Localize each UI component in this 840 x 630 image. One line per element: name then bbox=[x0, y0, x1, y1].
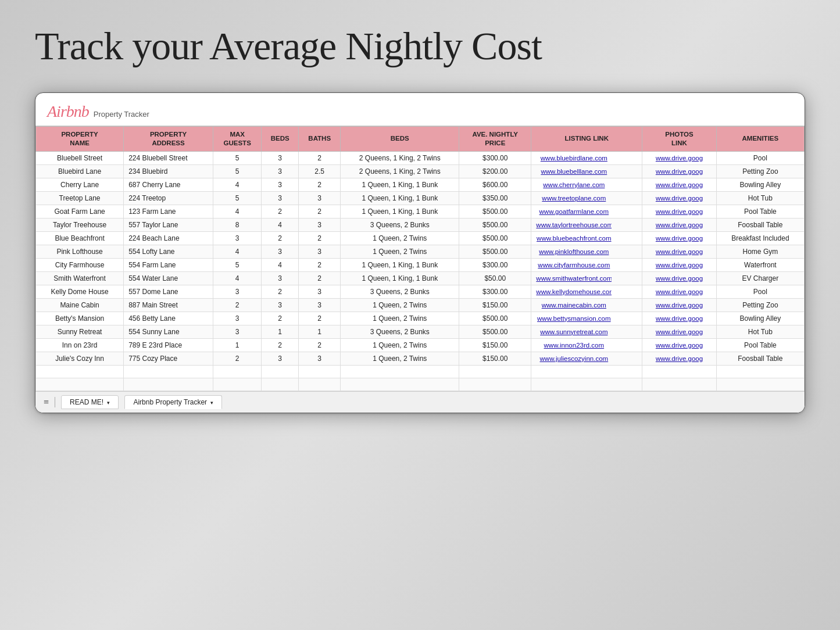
col-header-baths: BATHS bbox=[299, 127, 341, 152]
table-cell: 2 bbox=[299, 271, 341, 285]
table-cell: 5 bbox=[213, 164, 262, 178]
table-row: Inn on 23rd789 E 23rd Place1221 Queen, 2… bbox=[36, 338, 805, 352]
table-cell: 2 bbox=[262, 285, 299, 298]
table-cell-empty bbox=[642, 365, 717, 378]
table-cell[interactable]: www.mainecabin.com bbox=[531, 298, 642, 312]
table-row-empty bbox=[36, 365, 805, 378]
table-cell: $500.00 bbox=[459, 325, 531, 338]
table-cell: 557 Dome Lane bbox=[124, 285, 213, 298]
table-cell: 554 Farm Lane bbox=[124, 258, 213, 271]
table-cell: 2 bbox=[299, 231, 341, 245]
table-cell-empty bbox=[262, 378, 299, 391]
footer-tab-readme[interactable]: READ ME! ▾ bbox=[61, 395, 119, 409]
table-cell[interactable]: www.drive.goog bbox=[642, 151, 717, 164]
table-cell: $200.00 bbox=[459, 164, 531, 178]
table-cell[interactable]: www.bettysmansion.com bbox=[531, 312, 642, 325]
table-cell[interactable]: www.drive.goog bbox=[642, 231, 717, 245]
table-cell-empty bbox=[642, 378, 717, 391]
table-cell: Bowling Alley bbox=[716, 178, 804, 191]
table-cell[interactable]: www.drive.goog bbox=[642, 164, 717, 178]
table-cell[interactable]: www.drive.goog bbox=[642, 218, 717, 231]
table-cell-empty bbox=[531, 378, 642, 391]
table-cell[interactable]: www.drive.goog bbox=[642, 178, 717, 191]
table-cell[interactable]: www.taylortreehouse.com bbox=[531, 218, 642, 231]
table-cell[interactable]: www.drive.goog bbox=[642, 285, 717, 298]
table-cell[interactable]: www.smithwaterfront.com bbox=[531, 271, 642, 285]
table-cell: 4 bbox=[213, 178, 262, 191]
table-cell: Bluebird Lane bbox=[36, 164, 124, 178]
table-cell: 2 Queens, 1 King, 2 Twins bbox=[341, 151, 459, 164]
footer-menu-icon[interactable]: ≡ bbox=[44, 397, 49, 407]
table-cell[interactable]: www.drive.goog bbox=[642, 245, 717, 258]
table-cell[interactable]: www.sunnyretreat.com bbox=[531, 325, 642, 338]
table-cell[interactable]: www.pinklofthouse.com bbox=[531, 245, 642, 258]
table-cell[interactable]: www.juliescozyinn.com bbox=[531, 352, 642, 365]
table-cell: 2 bbox=[299, 178, 341, 191]
table-cell[interactable]: www.drive.goog bbox=[642, 298, 717, 312]
table-cell[interactable]: www.drive.goog bbox=[642, 205, 717, 218]
table-cell: 3 Queens, 2 Bunks bbox=[341, 285, 459, 298]
table-cell: $500.00 bbox=[459, 218, 531, 231]
table-cell-empty bbox=[341, 365, 459, 378]
footer-tab-tracker[interactable]: Airbnb Property Tracker ▾ bbox=[124, 395, 222, 409]
table-cell[interactable]: www.bluebeachfront.com bbox=[531, 231, 642, 245]
table-cell: 1 Queen, 1 King, 1 Bunk bbox=[341, 271, 459, 285]
table-cell: $150.00 bbox=[459, 298, 531, 312]
table-cell[interactable]: www.drive.goog bbox=[642, 191, 717, 205]
table-cell: 224 Beach Lane bbox=[124, 231, 213, 245]
table-cell: Petting Zoo bbox=[716, 298, 804, 312]
table-row: Goat Farm Lane123 Farm Lane4221 Queen, 1… bbox=[36, 205, 805, 218]
table-cell: 1 bbox=[299, 325, 341, 338]
table-cell: Julie's Cozy Inn bbox=[36, 352, 124, 365]
table-cell: 2 Queens, 1 King, 2 Twins bbox=[341, 164, 459, 178]
table-cell: Betty's Mansion bbox=[36, 312, 124, 325]
table-cell[interactable]: www.treetoplane.com bbox=[531, 191, 642, 205]
col-header-beds: BEDS bbox=[262, 127, 299, 152]
table-cell-empty bbox=[124, 378, 213, 391]
table-cell: Inn on 23rd bbox=[36, 338, 124, 352]
table-cell: 2 bbox=[299, 312, 341, 325]
table-cell[interactable]: www.drive.goog bbox=[642, 352, 717, 365]
table-cell-empty bbox=[36, 365, 124, 378]
table-cell[interactable]: www.kellydomehouse.com bbox=[531, 285, 642, 298]
table-cell[interactable]: www.drive.goog bbox=[642, 325, 717, 338]
table-cell: $150.00 bbox=[459, 352, 531, 365]
airbnb-logo-text: Airbnb bbox=[47, 102, 89, 120]
table-cell[interactable]: www.drive.goog bbox=[642, 258, 717, 271]
table-cell: $500.00 bbox=[459, 245, 531, 258]
col-header-address: PROPERTYADDRESS bbox=[124, 127, 213, 152]
table-cell: Sunny Retreat bbox=[36, 325, 124, 338]
table-cell: Waterfront bbox=[716, 258, 804, 271]
table-cell: Home Gym bbox=[716, 245, 804, 258]
col-header-amenities: AMENITIES bbox=[716, 127, 804, 152]
table-cell[interactable]: www.drive.goog bbox=[642, 338, 717, 352]
table-cell: 3 bbox=[299, 352, 341, 365]
table-cell: 4 bbox=[213, 271, 262, 285]
table-cell: Maine Cabin bbox=[36, 298, 124, 312]
table-cell: 2 bbox=[213, 352, 262, 365]
table-cell[interactable]: www.goatfarmlane.com bbox=[531, 205, 642, 218]
airbnb-logo: Airbnb Property Tracker bbox=[47, 102, 793, 121]
table-cell: 1 Queen, 2 Twins bbox=[341, 298, 459, 312]
table-cell[interactable]: www.bluebelllane.com bbox=[531, 164, 642, 178]
table-cell-empty bbox=[299, 365, 341, 378]
table-cell[interactable]: www.cherrylane.com bbox=[531, 178, 642, 191]
table-cell: $50.00 bbox=[459, 271, 531, 285]
table-cell: 2 bbox=[262, 312, 299, 325]
table-cell[interactable]: www.drive.goog bbox=[642, 312, 717, 325]
table-cell[interactable]: www.drive.goog bbox=[642, 271, 717, 285]
table-cell: $500.00 bbox=[459, 205, 531, 218]
table-cell: 3 bbox=[262, 298, 299, 312]
table-cell: Smith Waterfront bbox=[36, 271, 124, 285]
table-cell-empty bbox=[262, 365, 299, 378]
table-cell: 687 Cherry Lane bbox=[124, 178, 213, 191]
table-header-row: PROPERTYNAME PROPERTYADDRESS MAXGUESTS B… bbox=[36, 127, 805, 152]
table-cell-empty bbox=[531, 365, 642, 378]
table-cell[interactable]: www.innon23rd.com bbox=[531, 338, 642, 352]
table-cell: 2 bbox=[262, 205, 299, 218]
table-cell[interactable]: www.cityfarmhouse.com bbox=[531, 258, 642, 271]
table-cell: 3 bbox=[262, 245, 299, 258]
table-cell[interactable]: www.bluebirdlane.com bbox=[531, 151, 642, 164]
spreadsheet-footer: ≡ READ ME! ▾ Airbnb Property Tracker ▾ bbox=[35, 391, 805, 413]
table-cell: 554 Lofty Lane bbox=[124, 245, 213, 258]
